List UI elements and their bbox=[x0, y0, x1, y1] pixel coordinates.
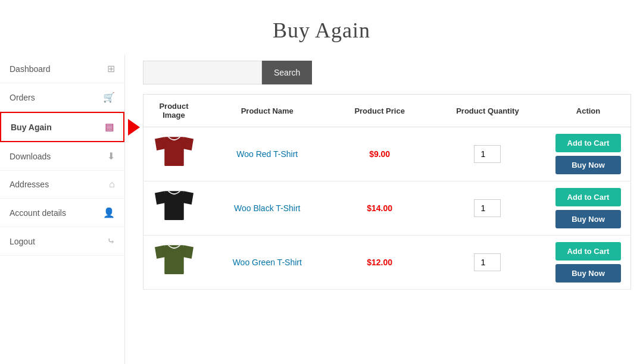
product-price: $12.00 bbox=[367, 258, 392, 267]
sidebar-icon-orders: 🛒 bbox=[103, 92, 115, 103]
sidebar-item-label: Downloads bbox=[10, 152, 51, 161]
product-name-cell: Woo Black T-Shirt bbox=[204, 181, 330, 236]
product-price-cell: $9.00 bbox=[330, 127, 429, 181]
sidebar-icon-buy-again: ▤ bbox=[105, 121, 114, 133]
product-quantity-cell bbox=[429, 181, 546, 236]
table-col-header: Product Price bbox=[330, 95, 429, 127]
page-title: Buy Again bbox=[0, 0, 643, 55]
product-price-cell: $12.00 bbox=[330, 236, 429, 290]
table-col-header: Product Image bbox=[143, 95, 205, 127]
table-header: Product ImageProduct NameProduct PricePr… bbox=[143, 95, 631, 127]
quantity-input[interactable] bbox=[474, 199, 501, 217]
product-quantity-cell bbox=[429, 127, 546, 181]
sidebar-item-addresses[interactable]: Addresses⌂ bbox=[0, 171, 124, 199]
product-price: $9.00 bbox=[369, 149, 390, 159]
sidebar-icon-dashboard: ⊞ bbox=[107, 63, 115, 74]
sidebar-item-orders[interactable]: Orders🛒 bbox=[0, 83, 124, 112]
svg-rect-2 bbox=[164, 137, 184, 166]
sidebar-item-account-details[interactable]: Account details👤 bbox=[0, 199, 124, 227]
buy-now-button[interactable]: Buy Now bbox=[555, 264, 621, 283]
sidebar-icon-account-details: 👤 bbox=[103, 207, 115, 218]
sidebar-item-label: Account details bbox=[10, 208, 66, 218]
sidebar-item-label: Dashboard bbox=[10, 64, 51, 74]
table-row: Woo Black T-Shirt$14.00Add to CartBuy No… bbox=[143, 181, 631, 236]
sidebar-item-label: Addresses bbox=[10, 180, 49, 189]
sidebar-item-buy-again[interactable]: Buy Again▤ bbox=[0, 112, 124, 142]
product-action-cell: Add to CartBuy Now bbox=[546, 127, 631, 181]
add-to-cart-button[interactable]: Add to Cart bbox=[555, 188, 621, 206]
product-price-cell: $14.00 bbox=[330, 181, 429, 236]
product-name-cell: Woo Green T-Shirt bbox=[204, 236, 330, 290]
table-row: Woo Red T-Shirt$9.00Add to CartBuy Now bbox=[143, 127, 631, 181]
product-image-cell bbox=[143, 236, 205, 290]
sidebar-item-label: Buy Again bbox=[11, 123, 52, 132]
product-name-link[interactable]: Woo Black T-Shirt bbox=[234, 203, 301, 213]
quantity-input[interactable] bbox=[474, 145, 501, 163]
svg-rect-5 bbox=[164, 191, 184, 220]
active-arrow-indicator bbox=[128, 119, 140, 136]
search-bar: Search bbox=[143, 61, 631, 84]
product-action-cell: Add to CartBuy Now bbox=[546, 181, 631, 236]
product-image-cell bbox=[143, 181, 205, 236]
sidebar-item-label: Logout bbox=[10, 237, 35, 246]
add-to-cart-button[interactable]: Add to Cart bbox=[555, 134, 621, 152]
search-input[interactable] bbox=[143, 61, 262, 84]
table-col-header: Product Quantity bbox=[429, 95, 546, 127]
sidebar-icon-addresses: ⌂ bbox=[109, 179, 115, 190]
product-price: $14.00 bbox=[367, 203, 392, 213]
sidebar: Dashboard⊞Orders🛒Buy Again▤Downloads⬇Add… bbox=[0, 55, 125, 364]
add-to-cart-button[interactable]: Add to Cart bbox=[555, 242, 621, 261]
sidebar-item-downloads[interactable]: Downloads⬇ bbox=[0, 142, 124, 171]
product-table: Product ImageProduct NameProduct PricePr… bbox=[143, 94, 631, 290]
buy-now-button[interactable]: Buy Now bbox=[555, 156, 621, 174]
search-button[interactable]: Search bbox=[262, 61, 312, 84]
sidebar-item-label: Orders bbox=[10, 93, 35, 102]
product-action-cell: Add to CartBuy Now bbox=[546, 236, 631, 290]
product-name-link[interactable]: Woo Red T-Shirt bbox=[236, 149, 298, 159]
content-area: Search Product ImageProduct NameProduct … bbox=[125, 55, 643, 364]
product-name-cell: Woo Red T-Shirt bbox=[204, 127, 330, 181]
product-image-cell bbox=[143, 127, 205, 181]
buy-now-button[interactable]: Buy Now bbox=[555, 210, 621, 228]
table-col-header: Product Name bbox=[204, 95, 330, 127]
product-name-link[interactable]: Woo Green T-Shirt bbox=[233, 258, 302, 267]
table-col-header: Action bbox=[546, 95, 631, 127]
table-row: Woo Green T-Shirt$12.00Add to CartBuy No… bbox=[143, 236, 631, 290]
sidebar-icon-downloads: ⬇ bbox=[107, 150, 115, 162]
sidebar-item-dashboard[interactable]: Dashboard⊞ bbox=[0, 55, 124, 83]
svg-rect-8 bbox=[164, 245, 184, 274]
sidebar-item-logout[interactable]: Logout⤷ bbox=[0, 227, 124, 256]
sidebar-icon-logout: ⤷ bbox=[107, 236, 115, 247]
quantity-input[interactable] bbox=[474, 253, 501, 271]
product-quantity-cell bbox=[429, 236, 546, 290]
